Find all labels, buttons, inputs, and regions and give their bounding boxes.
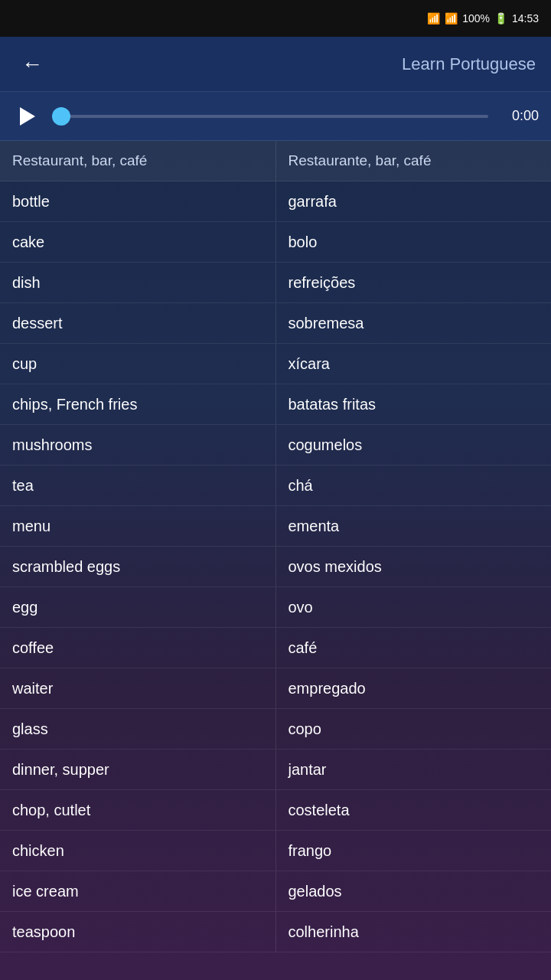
portuguese-term: empregado <box>276 668 552 708</box>
english-term: ice cream <box>0 871 276 911</box>
english-term: chop, cutlet <box>0 790 276 830</box>
portuguese-term: ementa <box>276 506 552 546</box>
portuguese-term: sobremesa <box>276 303 552 343</box>
english-term: scrambled eggs <box>0 547 276 586</box>
portuguese-term: Restaurante, bar, café <box>276 141 552 181</box>
back-button[interactable]: ← <box>15 47 49 81</box>
table-row[interactable]: cakebolo <box>0 222 551 263</box>
table-row[interactable]: bottlegarrafa <box>0 181 551 222</box>
english-term: coffee <box>0 628 276 668</box>
app-header: ← Learn Portuguese <box>0 37 551 92</box>
english-term: cake <box>0 222 276 262</box>
english-term: tea <box>0 466 276 505</box>
portuguese-term: cogumelos <box>276 425 552 465</box>
back-arrow-icon: ← <box>21 52 43 77</box>
english-term: dish <box>0 263 276 302</box>
table-row[interactable]: waiterempregado <box>0 668 551 709</box>
english-term: Restaurant, bar, café <box>0 141 276 181</box>
table-row[interactable]: dessertsobremesa <box>0 303 551 344</box>
progress-thumb[interactable] <box>52 107 70 126</box>
portuguese-term: jantar <box>276 750 552 789</box>
portuguese-term: copo <box>276 709 552 749</box>
table-row[interactable]: Restaurant, bar, caféRestaurante, bar, c… <box>0 141 551 181</box>
battery-text: 100% <box>462 12 490 24</box>
status-bar: 📶 📶 100% 🔋 14:53 <box>0 0 551 37</box>
portuguese-term: costeleta <box>276 790 552 830</box>
time-display: 0:00 <box>500 108 539 124</box>
signal-icon: 📶 <box>445 12 458 24</box>
vocabulary-list: Restaurant, bar, caféRestaurante, bar, c… <box>0 141 551 952</box>
english-term: chicken <box>0 831 276 871</box>
english-term: teaspoon <box>0 912 276 952</box>
portuguese-term: ovo <box>276 587 552 627</box>
table-row[interactable]: eggovo <box>0 587 551 628</box>
portuguese-term: garrafa <box>276 181 552 221</box>
portuguese-term: refreições <box>276 263 552 302</box>
portuguese-term: gelados <box>276 871 552 911</box>
portuguese-term: chá <box>276 466 552 505</box>
portuguese-term: batatas fritas <box>276 384 552 424</box>
table-row[interactable]: coffeecafé <box>0 628 551 668</box>
table-row[interactable]: teaspooncolherinha <box>0 912 551 952</box>
table-row[interactable]: chickenfrango <box>0 831 551 871</box>
table-row[interactable]: cupxícara <box>0 344 551 384</box>
portuguese-term: café <box>276 628 552 668</box>
wifi-icon: 📶 <box>427 12 440 24</box>
table-row[interactable]: chop, cutletcosteleta <box>0 790 551 831</box>
play-button[interactable] <box>12 103 40 130</box>
play-icon <box>20 107 35 126</box>
table-row[interactable]: dinner, supperjantar <box>0 750 551 790</box>
english-term: bottle <box>0 181 276 221</box>
english-term: cup <box>0 344 276 384</box>
table-row[interactable]: dishrefreições <box>0 263 551 303</box>
english-term: dessert <box>0 303 276 343</box>
english-term: chips, French fries <box>0 384 276 424</box>
progress-bar[interactable] <box>52 115 488 118</box>
english-term: egg <box>0 587 276 627</box>
table-row[interactable]: glasscopo <box>0 709 551 750</box>
status-icons: 📶 📶 100% 🔋 14:53 <box>427 12 539 24</box>
portuguese-term: xícara <box>276 344 552 384</box>
english-term: dinner, supper <box>0 750 276 789</box>
battery-icon: 🔋 <box>494 12 507 24</box>
portuguese-term: colherinha <box>276 912 552 952</box>
table-row[interactable]: mushroomscogumelos <box>0 425 551 466</box>
table-row[interactable]: menuementa <box>0 506 551 547</box>
english-term: menu <box>0 506 276 546</box>
page-title: Learn Portuguese <box>64 54 536 74</box>
portuguese-term: frango <box>276 831 552 871</box>
table-row[interactable]: chips, French friesbatatas fritas <box>0 384 551 425</box>
english-term: mushrooms <box>0 425 276 465</box>
time-display-status: 14:53 <box>512 12 539 24</box>
table-row[interactable]: scrambled eggsovos mexidos <box>0 547 551 587</box>
table-row[interactable]: teachá <box>0 466 551 506</box>
portuguese-term: bolo <box>276 222 552 262</box>
english-term: glass <box>0 709 276 749</box>
english-term: waiter <box>0 668 276 708</box>
audio-player: 0:00 <box>0 92 551 141</box>
portuguese-term: ovos mexidos <box>276 547 552 586</box>
table-row[interactable]: ice creamgelados <box>0 871 551 912</box>
